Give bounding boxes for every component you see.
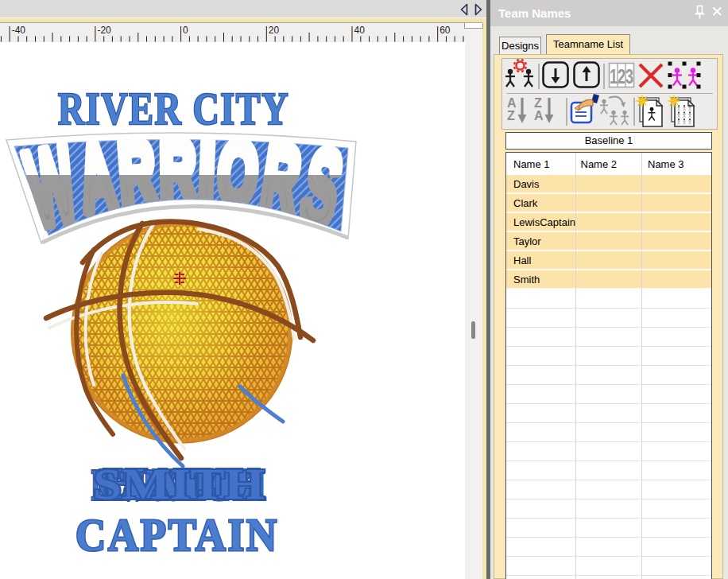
- svg-text:-40: -40: [12, 25, 26, 36]
- svg-text:20: 20: [269, 25, 280, 36]
- svg-text:-20: -20: [97, 25, 111, 36]
- svg-text:SMITH: SMITH: [93, 460, 265, 508]
- svg-text:A: A: [507, 96, 517, 110]
- svg-text:CAPTAIN: CAPTAIN: [76, 511, 279, 560]
- svg-text:60: 60: [440, 25, 451, 36]
- svg-text:0: 0: [183, 25, 188, 36]
- svg-text:A: A: [534, 109, 544, 122]
- svg-text:123: 123: [610, 64, 633, 88]
- svg-text:Z: Z: [507, 109, 515, 122]
- svg-text:RIVER CITY: RIVER CITY: [58, 84, 289, 134]
- svg-text:40: 40: [354, 25, 366, 36]
- svg-text:Z: Z: [534, 96, 542, 110]
